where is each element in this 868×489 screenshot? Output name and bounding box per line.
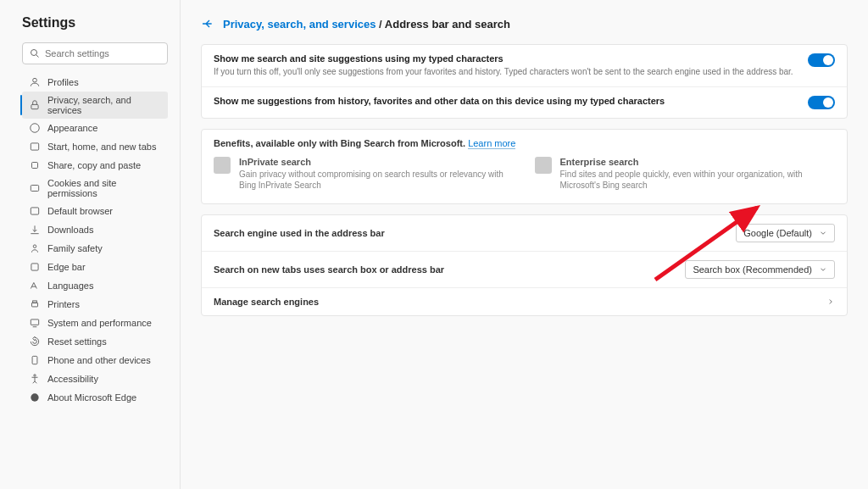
sidebar-item-label: Edge bar — [47, 262, 86, 272]
appearance-icon — [29, 122, 41, 134]
breadcrumb-parent[interactable]: Privacy, search, and services — [223, 18, 376, 31]
breadcrumb: Privacy, search, and services / Address … — [201, 17, 848, 31]
suggestions-card: Show me search and site suggestions usin… — [201, 44, 848, 119]
sidebar-item-label: Default browser — [47, 206, 113, 216]
sidebar-item-edgebar[interactable]: Edge bar — [22, 258, 168, 276]
browser-icon — [29, 205, 41, 217]
chevron-right-icon — [826, 297, 835, 306]
back-icon[interactable] — [201, 17, 214, 31]
search-icon — [30, 48, 40, 58]
svg-rect-12 — [33, 301, 37, 303]
sidebar-item-family[interactable]: Family safety — [22, 239, 168, 258]
search-engine-value: Google (Default) — [743, 228, 812, 238]
sidebar-item-share[interactable]: Share, copy and paste — [22, 156, 168, 175]
sidebar-item-phone[interactable]: Phone and other devices — [22, 351, 168, 370]
benefit1-desc: Gain privacy without compromising on sea… — [239, 169, 515, 192]
sidebar-item-label: Printers — [47, 299, 80, 309]
sidebar-item-privacy[interactable]: Privacy, search, and services — [22, 92, 168, 119]
svg-rect-15 — [32, 356, 37, 364]
svg-rect-11 — [32, 303, 38, 307]
history-suggestions-toggle[interactable] — [808, 96, 835, 109]
svg-point-16 — [34, 375, 36, 376]
svg-point-17 — [31, 393, 38, 401]
sidebar-item-default[interactable]: Default browser — [22, 202, 168, 220]
sidebar-item-label: Reset settings — [47, 336, 107, 347]
reset-icon — [29, 336, 41, 347]
sidebar-item-profiles[interactable]: Profiles — [22, 73, 168, 92]
history-suggestions-title: Show me suggestions from history, favori… — [214, 96, 796, 106]
typed-suggestions-title: Show me search and site suggestions usin… — [214, 53, 796, 64]
benefits-head-text: Benefits, available only with Bing Searc… — [214, 138, 465, 148]
search-input[interactable] — [45, 48, 162, 58]
new-tabs-dropdown[interactable]: Search box (Recommended) — [685, 260, 835, 279]
edgebar-icon — [29, 261, 41, 273]
system-icon — [29, 317, 41, 329]
sidebar-item-downloads[interactable]: Downloads — [22, 220, 168, 239]
sidebar-item-label: Profiles — [47, 77, 79, 87]
main-content: Privacy, search, and services / Address … — [181, 0, 868, 489]
printer-icon — [29, 298, 41, 310]
new-tabs-value: Search box (Recommended) — [693, 264, 812, 275]
svg-point-9 — [33, 245, 36, 248]
svg-rect-3 — [31, 104, 38, 108]
search-engine-dropdown[interactable]: Google (Default) — [736, 224, 835, 242]
chevron-down-icon — [819, 229, 827, 237]
accessibility-icon — [29, 373, 41, 385]
sidebar-item-printers[interactable]: Printers — [22, 295, 168, 314]
benefit2-title: Enterprise search — [560, 157, 836, 167]
new-tabs-label: Search on new tabs uses search box or ad… — [214, 264, 444, 275]
search-engine-label: Search engine used in the address bar — [214, 228, 385, 238]
sidebar-item-accessibility[interactable]: Accessibility — [22, 370, 168, 388]
settings-title: Settings — [22, 15, 168, 31]
svg-rect-10 — [31, 264, 38, 270]
sidebar-item-label: Share, copy and paste — [47, 160, 141, 170]
sidebar-item-about[interactable]: About Microsoft Edge — [22, 388, 168, 407]
sidebar-item-label: About Microsoft Edge — [47, 392, 136, 403]
sidebar-item-label: Accessibility — [47, 374, 98, 384]
sidebar-item-label: Privacy, search, and services — [47, 95, 161, 115]
svg-rect-5 — [31, 143, 38, 150]
svg-point-0 — [31, 50, 37, 56]
language-icon — [29, 280, 41, 292]
tabs-icon — [29, 141, 41, 153]
sidebar-item-reset[interactable]: Reset settings — [22, 332, 168, 351]
svg-rect-7 — [31, 186, 38, 192]
typed-suggestions-toggle[interactable] — [808, 53, 835, 67]
typed-suggestions-sub: If you turn this off, you'll only see su… — [214, 66, 796, 78]
chevron-down-icon — [819, 265, 827, 274]
manage-search-engines[interactable]: Manage search engines — [202, 287, 847, 315]
sidebar-item-label: Languages — [47, 281, 93, 291]
search-engine-card: Search engine used in the address bar Go… — [201, 214, 848, 316]
sidebar-item-label: Downloads — [47, 225, 93, 235]
svg-rect-13 — [31, 320, 38, 325]
sidebar: Settings Profiles Privacy, search, and s… — [0, 0, 181, 489]
sidebar-item-label: Cookies and site permissions — [47, 178, 161, 198]
sidebar-item-system[interactable]: System and performance — [22, 314, 168, 332]
share-icon — [29, 159, 41, 171]
lock-icon — [29, 99, 41, 111]
svg-rect-6 — [32, 163, 38, 169]
profile-icon — [29, 76, 41, 88]
breadcrumb-current: Address bar and search — [385, 18, 510, 31]
learn-more-link[interactable]: Learn more — [468, 138, 515, 149]
sidebar-item-label: Family safety — [47, 243, 103, 253]
benefit2-desc: Find sites and people quickly, even with… — [560, 169, 836, 192]
sidebar-item-label: Phone and other devices — [47, 355, 151, 365]
sidebar-item-cookies[interactable]: Cookies and site permissions — [22, 175, 168, 202]
phone-icon — [29, 354, 41, 366]
enterprise-icon — [535, 157, 552, 174]
download-icon — [29, 224, 41, 236]
sidebar-item-start[interactable]: Start, home, and new tabs — [22, 137, 168, 156]
family-icon — [29, 242, 41, 254]
manage-label: Manage search engines — [214, 297, 319, 307]
sidebar-item-appearance[interactable]: Appearance — [22, 119, 168, 137]
svg-point-4 — [31, 124, 40, 133]
search-settings-box[interactable] — [22, 42, 168, 64]
nav-list: Profiles Privacy, search, and services A… — [22, 73, 168, 407]
svg-rect-8 — [31, 208, 38, 214]
benefits-card: Benefits, available only with Bing Searc… — [201, 129, 848, 204]
sidebar-item-label: System and performance — [47, 318, 152, 328]
svg-point-2 — [33, 78, 37, 82]
sidebar-item-languages[interactable]: Languages — [22, 276, 168, 295]
benefit1-title: InPrivate search — [239, 157, 515, 167]
